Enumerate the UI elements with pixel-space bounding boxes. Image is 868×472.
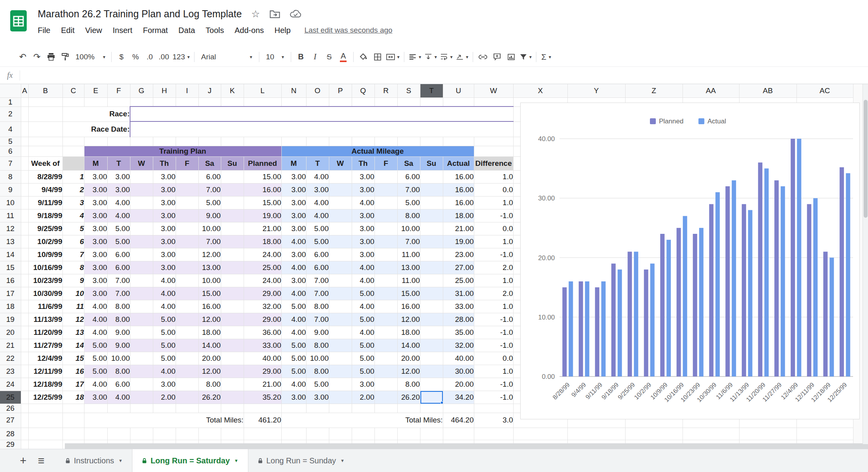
cell[interactable]: 11.00 (397, 248, 420, 261)
cell[interactable]: 5.00 (352, 352, 374, 365)
formula-bar[interactable]: fx (0, 66, 868, 84)
cell[interactable] (153, 404, 176, 413)
cell[interactable]: 33.00 (443, 300, 474, 313)
cell[interactable] (21, 170, 28, 183)
cell[interactable]: 8.00 (397, 378, 420, 391)
menu-insert[interactable]: Insert (113, 26, 132, 35)
cell[interactable]: 3.00 (153, 378, 176, 391)
cell[interactable]: 24.00 (244, 274, 281, 287)
cell[interactable]: 21.00 (443, 222, 474, 235)
cell[interactable]: 14.00 (397, 339, 420, 352)
cell[interactable] (221, 352, 244, 365)
cell[interactable]: 3.00 (352, 378, 374, 391)
cell-week-num[interactable]: 3 (62, 196, 84, 209)
cell-week-of[interactable]: 10/2/99 (28, 235, 62, 248)
cell[interactable] (329, 196, 352, 209)
cell[interactable]: 4.00 (84, 313, 107, 326)
cell[interactable]: 20.00 (198, 352, 221, 365)
row-header-13[interactable]: 13 (0, 235, 21, 248)
increase-decimal-button[interactable]: .00 (157, 50, 171, 64)
cell[interactable]: 5.00 (281, 339, 306, 352)
format-currency-button[interactable]: $ (114, 50, 128, 64)
cell[interactable]: 4.00 (306, 209, 329, 222)
cell[interactable]: 33.00 (244, 339, 281, 352)
cell[interactable] (221, 287, 244, 300)
cell[interactable]: 0.0 (474, 352, 513, 365)
cell[interactable] (176, 287, 198, 300)
cell[interactable]: 40.00 (244, 352, 281, 365)
cell[interactable] (21, 248, 28, 261)
vertical-scrollbar[interactable] (862, 84, 868, 444)
cell[interactable]: 3.00 (281, 274, 306, 287)
cell[interactable]: 12.00 (397, 313, 420, 326)
cell[interactable] (28, 428, 62, 440)
cell[interactable] (420, 300, 443, 313)
cell[interactable]: 3.00 (153, 196, 176, 209)
cell[interactable]: 4.00 (352, 326, 374, 339)
cell[interactable]: 4.00 (352, 261, 374, 274)
bold-button[interactable]: B (294, 50, 308, 64)
cell[interactable]: 10.00 (397, 222, 420, 235)
cell[interactable]: 7.00 (306, 274, 329, 287)
cell[interactable] (130, 378, 153, 391)
row-header-9[interactable]: 9 (0, 183, 21, 196)
row-header-15[interactable]: 15 (0, 261, 21, 274)
cell[interactable] (84, 428, 107, 440)
cell[interactable] (28, 413, 62, 428)
cell[interactable] (221, 222, 244, 235)
cell[interactable]: 8.00 (306, 300, 329, 313)
cell[interactable]: 4.00 (153, 274, 176, 287)
cell[interactable] (62, 146, 84, 156)
cell[interactable]: 13.00 (198, 261, 221, 274)
cell[interactable]: 3.00 (84, 248, 107, 261)
cell[interactable]: 3.00 (153, 183, 176, 196)
cell[interactable] (62, 137, 84, 146)
cell[interactable] (62, 97, 84, 107)
cell[interactable] (329, 378, 352, 391)
cell[interactable] (21, 137, 28, 146)
cell[interactable] (21, 261, 28, 274)
row-header-1[interactable]: 1 (0, 97, 21, 107)
row-header-4[interactable]: 4 (0, 121, 21, 137)
cell[interactable] (420, 196, 443, 209)
cell[interactable] (176, 339, 198, 352)
cell[interactable]: 3.00 (84, 287, 107, 300)
menu-tools[interactable]: Tools (206, 26, 224, 35)
menu-help[interactable]: Help (275, 26, 291, 35)
cell[interactable]: 3.00 (84, 209, 107, 222)
cell[interactable] (329, 97, 352, 107)
cell[interactable]: 14.00 (198, 339, 221, 352)
cell[interactable]: 3.00 (153, 170, 176, 183)
cell[interactable] (420, 261, 443, 274)
cell[interactable] (130, 170, 153, 183)
cell-week-of[interactable]: 9/11/99 (28, 196, 62, 209)
cell[interactable] (21, 235, 28, 248)
column-header-O[interactable]: O (306, 84, 329, 97)
cell[interactable] (107, 404, 130, 413)
cell[interactable] (221, 404, 244, 413)
cell[interactable] (244, 428, 281, 440)
cell-week-num[interactable]: 2 (62, 183, 84, 196)
cell[interactable] (443, 137, 474, 146)
cell[interactable]: 5.00 (84, 352, 107, 365)
cell[interactable]: 18.00 (198, 326, 221, 339)
horizontal-scrollbar[interactable] (65, 443, 868, 449)
cell[interactable]: 29.00 (244, 313, 281, 326)
cell[interactable] (62, 404, 84, 413)
row-header-17[interactable]: 17 (0, 287, 21, 300)
cell[interactable]: 3.00 (306, 183, 329, 196)
menu-format[interactable]: Format (143, 26, 168, 35)
cell[interactable]: 9.00 (107, 326, 130, 339)
cell[interactable]: 24.00 (244, 248, 281, 261)
cell[interactable]: -1.0 (474, 209, 513, 222)
cell[interactable]: 4.00 (306, 170, 329, 183)
cell[interactable]: 11.00 (397, 274, 420, 287)
cell[interactable]: 6.00 (198, 170, 221, 183)
cell[interactable]: 3.00 (352, 183, 374, 196)
cell[interactable] (221, 261, 244, 274)
cell[interactable]: 18.00 (244, 235, 281, 248)
cell[interactable] (420, 428, 443, 440)
cell-week-num[interactable]: 11 (62, 300, 84, 313)
cell[interactable] (130, 97, 153, 107)
cell[interactable] (281, 137, 306, 146)
